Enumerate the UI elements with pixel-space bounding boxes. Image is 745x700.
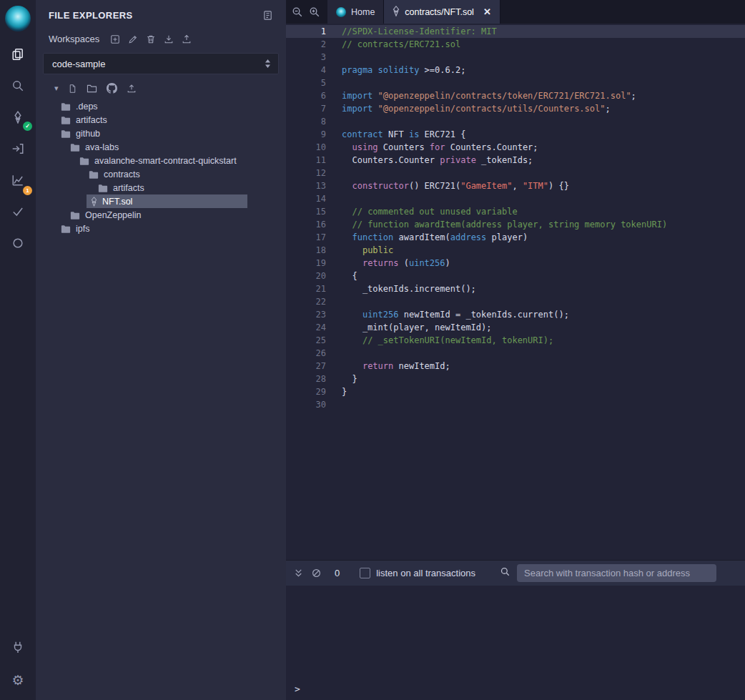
tab-label: Home bbox=[351, 7, 375, 17]
code-line[interactable]: 2// contracts/ERC721.sol bbox=[286, 38, 745, 51]
line-number: 21 bbox=[286, 282, 342, 295]
listen-transactions-checkbox[interactable] bbox=[360, 568, 370, 578]
code-line[interactable]: 4pragma solidity >=0.6.2; bbox=[286, 64, 745, 77]
upload-file-icon[interactable] bbox=[127, 84, 137, 94]
clear-console-icon[interactable] bbox=[311, 568, 322, 578]
changelog-icon[interactable] bbox=[262, 10, 273, 21]
tree-item-openzeppelin[interactable]: OpenZeppelin bbox=[36, 208, 286, 222]
collapse-tree-chevron-icon[interactable]: ▾ bbox=[54, 84, 59, 93]
folder-icon bbox=[70, 211, 80, 220]
code-line[interactable]: 27 return newItemId; bbox=[286, 360, 745, 373]
tree-item-contracts[interactable]: contracts bbox=[36, 167, 286, 181]
tree-item-avalanche-smart-contract-quickstart[interactable]: avalanche-smart-contract-quickstart bbox=[36, 154, 286, 167]
terminal-panel[interactable]: > bbox=[286, 586, 745, 700]
remix-logo-icon bbox=[336, 7, 346, 17]
code-line[interactable]: 7import "@openzeppelin/contracts/utils/C… bbox=[286, 102, 745, 115]
restore-workspace-icon[interactable] bbox=[182, 34, 192, 44]
code-line[interactable]: 19 returns (uint256) bbox=[286, 257, 745, 270]
code-text: uint256 newItemId = _tokenIds.current(); bbox=[342, 308, 569, 321]
code-line[interactable]: 9contract NFT is ERC721 { bbox=[286, 128, 745, 141]
zoom-in-icon[interactable] bbox=[309, 6, 320, 18]
code-text: } bbox=[342, 385, 347, 398]
code-line[interactable]: 15 // commented out unused variable bbox=[286, 205, 745, 218]
line-number: 10 bbox=[286, 141, 342, 154]
remix-logo[interactable] bbox=[5, 6, 31, 31]
statistics-badge: 1 bbox=[23, 186, 32, 195]
file-explorer-panel: FILE EXPLORERS Workspaces code-sample ▾ … bbox=[36, 0, 286, 700]
line-number: 19 bbox=[286, 257, 342, 270]
code-text: // function awardItem(address player, st… bbox=[342, 218, 667, 231]
code-text: { bbox=[342, 270, 357, 282]
code-line[interactable]: 1//SPDX-License-Identifier: MIT bbox=[286, 25, 745, 38]
line-number: 28 bbox=[286, 373, 342, 385]
code-line[interactable]: 3 bbox=[286, 51, 745, 64]
code-line[interactable]: 25 // _setTokenURI(newItemId, tokenURI); bbox=[286, 334, 745, 347]
plugin-manager-icon-button[interactable] bbox=[0, 633, 36, 664]
code-line[interactable]: 21 _tokenIds.increment(); bbox=[286, 282, 745, 295]
code-line[interactable]: 13 constructor() ERC721("GameItem", "ITM… bbox=[286, 179, 745, 192]
close-icon[interactable]: ✕ bbox=[483, 6, 491, 17]
code-text: _tokenIds.increment(); bbox=[342, 282, 476, 295]
zoom-out-icon[interactable] bbox=[292, 6, 303, 18]
tree-item-label: NFT.sol bbox=[102, 197, 132, 207]
line-number: 1 bbox=[286, 25, 342, 38]
code-editor[interactable]: 1//SPDX-License-Identifier: MIT2// contr… bbox=[286, 24, 745, 560]
delete-workspace-icon[interactable] bbox=[146, 34, 156, 44]
tree-item-ipfs[interactable]: ipfs bbox=[36, 222, 286, 235]
new-file-icon[interactable] bbox=[68, 84, 77, 94]
code-line[interactable]: 23 uint256 newItemId = _tokenIds.current… bbox=[286, 308, 745, 321]
download-workspace-icon[interactable] bbox=[164, 34, 174, 44]
code-line[interactable]: 24 _mint(player, newItemId); bbox=[286, 321, 745, 334]
tree-item-artifacts[interactable]: artifacts bbox=[36, 113, 286, 127]
expand-terminal-icon[interactable] bbox=[293, 568, 304, 578]
sourcify-icon-button[interactable] bbox=[0, 229, 36, 260]
tree-item-github[interactable]: github bbox=[36, 127, 286, 140]
code-line[interactable]: 12 bbox=[286, 167, 745, 179]
folder-icon bbox=[61, 116, 71, 124]
github-icon[interactable] bbox=[107, 83, 117, 94]
deploy-run-icon-button[interactable] bbox=[0, 134, 36, 166]
line-number: 16 bbox=[286, 218, 342, 231]
code-line[interactable]: 5 bbox=[286, 77, 745, 89]
code-line[interactable]: 11 Counters.Counter private _tokenIds; bbox=[286, 154, 745, 167]
code-line[interactable]: 8 bbox=[286, 115, 745, 128]
code-line[interactable]: 29} bbox=[286, 385, 745, 398]
code-line[interactable]: 20 { bbox=[286, 270, 745, 282]
code-line[interactable]: 26 bbox=[286, 347, 745, 360]
code-line[interactable]: 10 using Counters for Counters.Counter; bbox=[286, 141, 745, 154]
statistics-icon-button[interactable]: 1 bbox=[0, 166, 36, 197]
rename-workspace-icon[interactable] bbox=[128, 34, 138, 44]
code-text: //SPDX-License-Identifier: MIT bbox=[342, 25, 497, 38]
tree-item--deps[interactable]: .deps bbox=[36, 99, 286, 113]
code-line[interactable]: 6import "@openzeppelin/contracts/token/E… bbox=[286, 89, 745, 102]
terminal-prompt[interactable]: > bbox=[286, 684, 745, 700]
code-line[interactable]: 14 bbox=[286, 192, 745, 205]
workspaces-row: Workspaces bbox=[36, 28, 286, 49]
file-tree: .depsartifactsgithubava-labsavalanche-sm… bbox=[36, 98, 286, 700]
solidity-analyzer-icon-button[interactable] bbox=[0, 197, 36, 229]
check-icon bbox=[11, 205, 24, 221]
solidity-compiler-icon-button[interactable]: ✓ bbox=[0, 103, 36, 134]
create-workspace-icon[interactable] bbox=[110, 34, 120, 44]
tab-home[interactable]: Home bbox=[327, 0, 384, 24]
tab-contracts-nft-sol[interactable]: contracts/NFT.sol ✕ bbox=[384, 0, 500, 24]
workspace-select[interactable]: code-sample bbox=[43, 53, 279, 74]
new-folder-icon[interactable] bbox=[87, 84, 97, 93]
tree-item-artifacts[interactable]: artifacts bbox=[36, 181, 286, 194]
code-line[interactable]: 17 function awardItem(address player) bbox=[286, 231, 745, 244]
code-line[interactable]: 28 } bbox=[286, 373, 745, 385]
tree-item-nft-sol[interactable]: NFT.sol bbox=[36, 194, 286, 208]
tree-item-ava-labs[interactable]: ava-labs bbox=[36, 140, 286, 154]
code-line[interactable]: 18 public bbox=[286, 244, 745, 257]
code-line[interactable]: 22 bbox=[286, 295, 745, 308]
code-line[interactable]: 30 bbox=[286, 398, 745, 411]
line-number: 7 bbox=[286, 102, 342, 115]
code-text: function awardItem(address player) bbox=[342, 231, 528, 244]
settings-gear-icon-button[interactable]: ⚙ bbox=[0, 664, 36, 696]
line-number: 22 bbox=[286, 295, 342, 308]
search-icon-button[interactable] bbox=[0, 72, 36, 103]
line-number: 3 bbox=[286, 51, 342, 64]
transaction-search-input[interactable] bbox=[517, 564, 716, 582]
file-explorer-icon-button[interactable] bbox=[0, 40, 36, 72]
code-line[interactable]: 16 // function awardItem(address player,… bbox=[286, 218, 745, 231]
